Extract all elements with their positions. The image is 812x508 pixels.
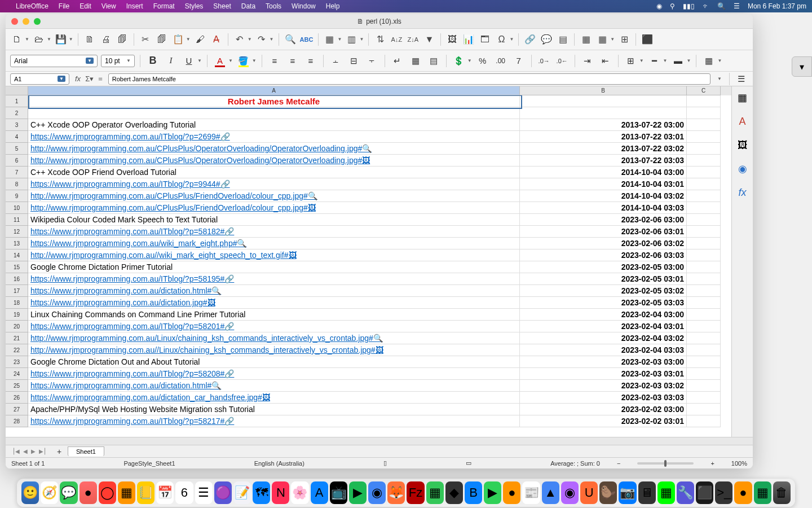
dock-libreoffice[interactable]: ▦: [754, 481, 771, 504]
pivot-button[interactable]: 🗔: [478, 33, 492, 46]
row-header[interactable]: 18: [6, 297, 28, 309]
autofilter-button[interactable]: ▼: [422, 33, 436, 46]
cell[interactable]: 2023-02-03 03:00: [520, 356, 687, 368]
freeze-button[interactable]: ▦: [595, 33, 609, 46]
language[interactable]: English (Australia): [254, 460, 304, 467]
cell-reference-input[interactable]: A1▼: [10, 73, 69, 85]
cell[interactable]: [687, 202, 721, 214]
dock-app4[interactable]: 📒: [137, 481, 155, 504]
dock-appstore[interactable]: A: [311, 481, 328, 504]
battery-icon[interactable]: ▮▮▯: [683, 2, 695, 10]
spreadsheet-grid[interactable]: A B C 1Robert James Metcalfe23C++ Xcode …: [6, 86, 731, 437]
menu-sheet[interactable]: Sheet: [213, 2, 231, 10]
menu-file[interactable]: File: [59, 2, 69, 10]
dock-trash[interactable]: 🗑: [773, 481, 791, 504]
cell[interactable]: https://www.rjmprogramming.com.au/dictat…: [28, 380, 520, 392]
zoom-percent[interactable]: 100%: [731, 460, 747, 467]
dock-calendar2[interactable]: 6: [175, 481, 193, 504]
cell[interactable]: [687, 285, 721, 297]
last-sheet-button[interactable]: ▶⎮: [39, 448, 46, 454]
row-header[interactable]: 2: [6, 107, 28, 119]
cell[interactable]: 2023-02-06 03:03: [520, 249, 687, 261]
paste-button[interactable]: 📋: [171, 33, 185, 46]
cell[interactable]: [687, 178, 721, 190]
cell[interactable]: [520, 107, 687, 119]
dock-app20[interactable]: ●: [734, 481, 752, 504]
navigator-icon[interactable]: ◉: [736, 162, 749, 176]
cell[interactable]: [687, 356, 721, 368]
dock-app17[interactable]: 🖥: [638, 481, 656, 504]
cell[interactable]: 2014-10-04 03:03: [520, 202, 687, 214]
sort-desc-za-button[interactable]: Z↓A: [406, 33, 420, 46]
cell[interactable]: https://www.rjmprogramming.com.au/ITblog…: [28, 178, 520, 190]
cell[interactable]: [687, 297, 721, 309]
cell[interactable]: https://www.rjmprogramming.com.au/dictat…: [28, 285, 520, 297]
cell[interactable]: https://www.rjmprogramming.com.au/ITblog…: [28, 226, 520, 238]
row-header[interactable]: 25: [6, 380, 28, 392]
cell[interactable]: [687, 249, 721, 261]
cell[interactable]: 2023-02-05 03:01: [520, 273, 687, 285]
merge-cells-button[interactable]: ▦: [408, 54, 423, 68]
cell[interactable]: C++ Xcode OOP Operator Overloading Tutor…: [28, 119, 520, 131]
cell[interactable]: https://www.rjmprogramming.com.au/ITblog…: [28, 273, 520, 285]
cell[interactable]: 2013-07-22 03:03: [520, 155, 687, 167]
dock-notes[interactable]: 📝: [233, 481, 251, 504]
menu-help[interactable]: Help: [326, 2, 340, 10]
align-bottom-button[interactable]: ⫟: [365, 54, 379, 68]
menu-view[interactable]: View: [102, 2, 116, 10]
dock-app16[interactable]: 📷: [619, 481, 636, 504]
app-name[interactable]: LibreOffice: [16, 2, 48, 10]
align-right-button[interactable]: ≡: [303, 54, 318, 68]
sum-icon[interactable]: Σ▾: [85, 75, 94, 83]
cell[interactable]: [687, 321, 721, 332]
cell[interactable]: 2023-02-06 03:00: [520, 214, 687, 226]
define-print-area-button[interactable]: ▦: [579, 33, 593, 46]
cell[interactable]: Apache/PHP/MySql Web Hosting Website Mig…: [28, 404, 520, 415]
undo-button[interactable]: ↶: [233, 33, 246, 46]
percent-button[interactable]: %: [475, 54, 490, 68]
right-expand-chevron[interactable]: ▾: [792, 56, 812, 77]
cell[interactable]: [687, 155, 721, 167]
cell[interactable]: 2023-02-02 03:01: [520, 415, 687, 427]
zoom-in-icon[interactable]: +: [710, 460, 714, 467]
cell[interactable]: [687, 107, 721, 119]
format-paintbrush-button[interactable]: 🖌: [193, 33, 207, 46]
col-button[interactable]: ▥: [345, 33, 358, 46]
menu-insert[interactable]: Insert: [126, 2, 143, 10]
row-header[interactable]: 3: [6, 119, 28, 131]
cell[interactable]: Google Chrome Dictation Out and About Tu…: [28, 356, 520, 368]
col-header-c[interactable]: C: [687, 86, 721, 95]
number-button[interactable]: .00: [493, 54, 508, 68]
row-header[interactable]: 6: [6, 155, 28, 167]
open-button[interactable]: 🗁: [32, 33, 46, 46]
wrap-text-button[interactable]: ↵: [390, 54, 405, 68]
row-header[interactable]: 17: [6, 285, 28, 297]
tab-sheet1[interactable]: Sheet1: [68, 446, 104, 456]
dock-safari[interactable]: 🧭: [41, 481, 58, 504]
cell[interactable]: [687, 368, 721, 380]
dock-app18[interactable]: ▦: [657, 481, 675, 504]
spellcheck-button[interactable]: ABC: [300, 33, 314, 46]
dock-app3[interactable]: ▦: [118, 481, 135, 504]
cell[interactable]: 2013-07-22 03:00: [520, 119, 687, 131]
row-header[interactable]: 15: [6, 261, 28, 273]
print-button[interactable]: 🖨: [99, 33, 113, 46]
conditional-format-button[interactable]: ▦: [701, 54, 716, 68]
cell[interactable]: https://www.rjmprogramming.com.au/dictat…: [28, 297, 520, 309]
cell[interactable]: [28, 107, 520, 119]
copy-button[interactable]: 🗐: [155, 33, 169, 46]
cell[interactable]: [687, 261, 721, 273]
cell[interactable]: [687, 415, 721, 427]
border-style-button[interactable]: ━: [647, 54, 662, 68]
row-header[interactable]: 21: [6, 332, 28, 344]
menu-data[interactable]: Data: [241, 2, 255, 10]
record-icon[interactable]: ◉: [656, 2, 662, 10]
save-button[interactable]: 💾: [54, 33, 68, 46]
gallery-icon[interactable]: 🖼: [736, 138, 749, 152]
align-top-button[interactable]: ⫠: [329, 54, 343, 68]
dock-app13[interactable]: ◉: [561, 481, 579, 504]
window-minimize-button[interactable]: [23, 18, 29, 25]
cell[interactable]: 2023-02-05 03:03: [520, 297, 687, 309]
export-pdf-button[interactable]: 🗎: [83, 33, 96, 46]
selection-mode-icon[interactable]: ▭: [466, 459, 471, 467]
